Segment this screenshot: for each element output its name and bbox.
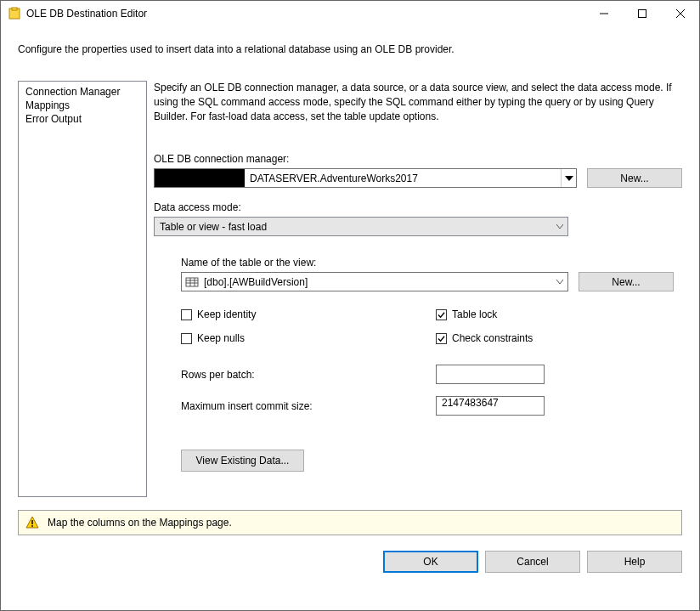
max-commit-input[interactable]: 2147483647 [436, 396, 545, 416]
table-label: Name of the table or the view: [181, 257, 682, 269]
cancel-button[interactable]: Cancel [485, 551, 580, 573]
check-constraints-checkbox[interactable] [436, 333, 447, 344]
access-mode-label: Data access mode: [154, 201, 682, 213]
access-mode-combo[interactable]: Table or view - fast load [154, 217, 568, 236]
window-controls [584, 1, 699, 26]
svg-rect-6 [186, 278, 198, 286]
keep-nulls-checkbox[interactable] [181, 333, 192, 344]
svg-rect-1 [12, 8, 17, 10]
sidebar: Connection Manager Mappings Error Output [18, 81, 147, 497]
table-name-value: [dbo].[AWBuildVersion] [204, 276, 308, 288]
sidebar-item-connection-manager[interactable]: Connection Manager [24, 85, 141, 99]
window-title: OLE DB Destination Editor [26, 8, 584, 20]
warning-text: Map the columns on the Mappings page. [48, 517, 232, 529]
app-icon [8, 7, 21, 20]
minimize-button[interactable] [584, 1, 623, 26]
masked-region [155, 169, 245, 187]
instructions-text: Specify an OLE DB connection manager, a … [154, 81, 682, 123]
view-existing-data-button[interactable]: View Existing Data... [181, 450, 304, 472]
rows-per-batch-input[interactable] [436, 365, 545, 384]
keep-identity-checkbox[interactable] [181, 309, 192, 320]
table-lock-checkbox[interactable] [436, 309, 447, 320]
rows-per-batch-label: Rows per batch: [181, 369, 436, 381]
connection-value: DATASERVER.AdventureWorks2017 [245, 173, 561, 184]
warning-icon [25, 516, 39, 529]
dropdown-arrow-icon [561, 169, 576, 187]
keep-identity-label: Keep identity [197, 308, 256, 320]
help-button[interactable]: Help [587, 551, 682, 573]
dropdown-arrow-icon [552, 273, 567, 291]
new-connection-button[interactable]: New... [587, 168, 682, 188]
warning-bar: Map the columns on the Mappings page. [18, 510, 682, 535]
page-description: Configure the properties used to insert … [1, 26, 699, 81]
connection-manager-combo[interactable]: DATASERVER.AdventureWorks2017 [154, 168, 577, 188]
table-lock-label: Table lock [452, 308, 497, 320]
keep-nulls-label: Keep nulls [197, 332, 245, 344]
check-constraints-label: Check constraints [452, 332, 533, 344]
new-table-button[interactable]: New... [579, 272, 674, 291]
sidebar-item-mappings[interactable]: Mappings [24, 99, 141, 112]
connection-label: OLE DB connection manager: [154, 153, 682, 165]
dropdown-arrow-icon [552, 218, 567, 235]
svg-rect-3 [638, 10, 646, 18]
svg-point-12 [31, 525, 33, 527]
table-name-combo[interactable]: [dbo].[AWBuildVersion] [181, 272, 568, 291]
sidebar-item-error-output[interactable]: Error Output [24, 112, 141, 126]
close-button[interactable] [661, 1, 699, 26]
table-icon [185, 275, 199, 289]
maximize-button[interactable] [623, 1, 661, 26]
access-mode-value: Table or view - fast load [160, 221, 267, 233]
titlebar: OLE DB Destination Editor [1, 1, 699, 26]
ok-button[interactable]: OK [383, 551, 478, 573]
max-commit-label: Maximum insert commit size: [181, 400, 436, 412]
